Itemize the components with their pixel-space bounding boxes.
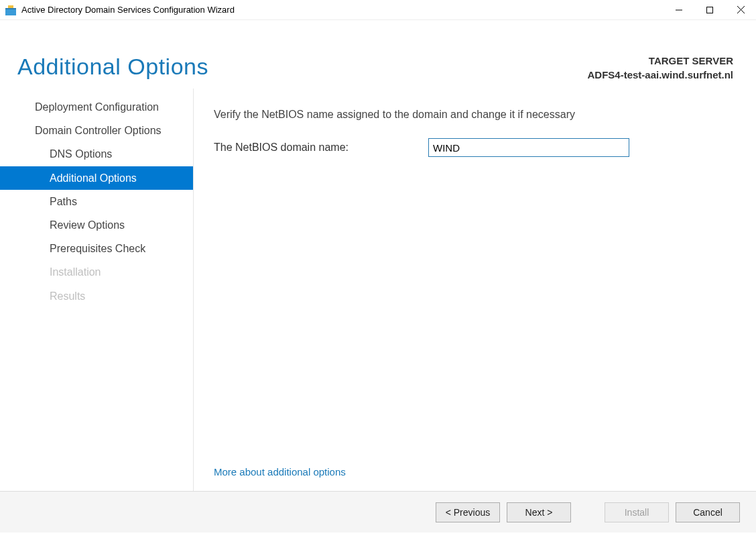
sidebar-item-deployment-configuration[interactable]: Deployment Configuration xyxy=(0,95,193,119)
wizard-footer: < Previous Next > Install Cancel xyxy=(0,491,756,533)
target-server-value: ADFS4-test-aai.wind.surfnet.nl xyxy=(587,68,733,82)
close-button[interactable] xyxy=(725,0,756,20)
wizard-content: Verify the NetBIOS name assigned to the … xyxy=(193,89,756,491)
sidebar-item-domain-controller-options[interactable]: Domain Controller Options xyxy=(0,119,193,142)
previous-button[interactable]: < Previous xyxy=(436,502,500,522)
page-title: Additional Options xyxy=(17,54,208,80)
maximize-button[interactable] xyxy=(694,0,725,20)
sidebar-item-paths[interactable]: Paths xyxy=(0,190,193,213)
sidebar-item-review-options[interactable]: Review Options xyxy=(0,213,193,237)
target-server-block: TARGET SERVER ADFS4-test-aai.wind.surfne… xyxy=(587,54,733,82)
sidebar-item-installation: Installation xyxy=(0,260,193,284)
svg-rect-2 xyxy=(8,5,13,8)
next-button[interactable]: Next > xyxy=(507,502,571,522)
more-about-link[interactable]: More about additional options xyxy=(214,466,346,478)
app-icon xyxy=(5,5,16,15)
netbios-row: The NetBIOS domain name: xyxy=(214,138,736,157)
wizard-steps-sidebar: Deployment ConfigurationDomain Controlle… xyxy=(0,89,193,491)
sidebar-item-additional-options[interactable]: Additional Options xyxy=(0,166,193,190)
window-title: Active Directory Domain Services Configu… xyxy=(21,5,664,15)
svg-rect-4 xyxy=(707,7,713,13)
netbios-label: The NetBIOS domain name: xyxy=(214,142,428,154)
svg-rect-1 xyxy=(5,8,16,9)
instruction-text: Verify the NetBIOS name assigned to the … xyxy=(214,109,736,121)
wizard-body: Deployment ConfigurationDomain Controlle… xyxy=(0,89,756,491)
netbios-input[interactable] xyxy=(428,138,629,157)
target-server-label: TARGET SERVER xyxy=(587,54,733,68)
minimize-button[interactable] xyxy=(664,0,694,20)
sidebar-item-prerequisites-check[interactable]: Prerequisites Check xyxy=(0,237,193,260)
sidebar-item-results: Results xyxy=(0,284,193,308)
header: Additional Options TARGET SERVER ADFS4-t… xyxy=(0,20,756,89)
sidebar-item-dns-options[interactable]: DNS Options xyxy=(0,142,193,166)
cancel-button[interactable]: Cancel xyxy=(676,502,740,522)
install-button: Install xyxy=(605,502,669,522)
titlebar: Active Directory Domain Services Configu… xyxy=(0,0,756,20)
